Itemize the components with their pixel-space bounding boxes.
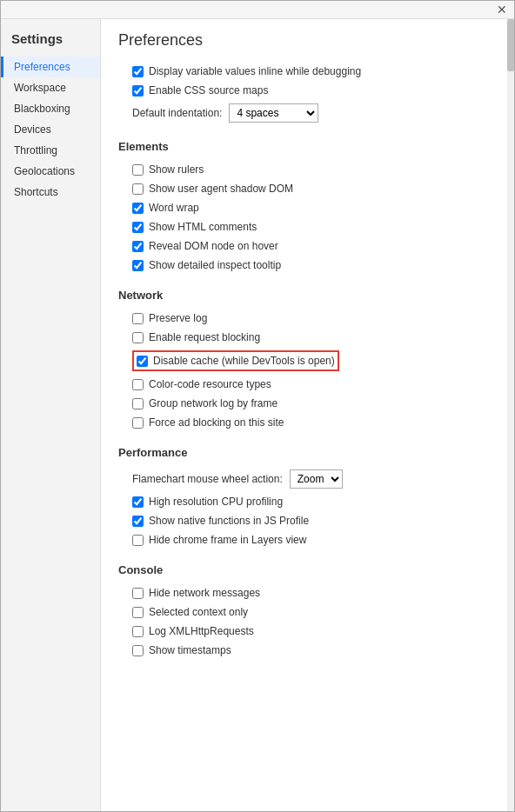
console-section-label: Console [118,563,497,576]
elements-section-label: Elements [118,140,497,153]
checkbox-log-xmlhttp[interactable] [132,626,144,637]
sidebar-title: Settings [1,28,100,57]
sidebar-item-geolocations[interactable]: Geolocations [1,161,100,182]
option-shadow-dom: Show user agent shadow DOM [118,179,497,198]
flamechart-select[interactable]: Zoom Scroll [290,469,343,489]
option-disable-cache-highlighted: Disable cache (while DevTools is open) [132,350,339,371]
checkbox-hide-network[interactable] [132,588,144,599]
flamechart-row: Flamechart mouse wheel action: Zoom Scro… [118,466,497,492]
option-log-xmlhttp: Log XMLHttpRequests [118,622,497,641]
option-preserve-log: Preserve log [118,309,497,328]
content-area: Preferences Display variable values inli… [101,19,514,811]
checkbox-show-rulers[interactable] [132,164,144,176]
sidebar-item-workspace[interactable]: Workspace [1,77,100,98]
option-high-res-cpu: High resolution CPU profiling [118,492,497,511]
option-css-source-maps: Enable CSS source maps [118,81,497,100]
sidebar-item-shortcuts[interactable]: Shortcuts [1,182,100,203]
flamechart-label: Flamechart mouse wheel action: [132,473,283,485]
option-reveal-dom: Reveal DOM node on hover [118,236,497,256]
sidebar-item-throttling[interactable]: Throttling [1,140,100,161]
checkbox-word-wrap[interactable] [132,203,144,214]
checkbox-show-timestamps[interactable] [132,645,144,656]
option-word-wrap: Word wrap [118,198,497,217]
checkbox-group-network[interactable] [132,398,144,409]
option-html-comments: Show HTML comments [118,217,497,236]
main-layout: Settings Preferences Workspace Blackboxi… [1,19,514,811]
titlebar: ✕ [1,1,514,19]
option-hide-network: Hide network messages [118,583,497,602]
checkbox-color-code[interactable] [132,379,144,390]
checkbox-html-comments[interactable] [132,222,144,233]
network-section-label: Network [118,289,497,302]
settings-window: ✕ Settings Preferences Workspace Blackbo… [0,0,515,812]
option-inspect-tooltip: Show detailed inspect tooltip [118,256,497,275]
checkbox-css-source-maps[interactable] [132,85,144,97]
option-selected-context: Selected context only [118,602,497,622]
option-show-timestamps: Show timestamps [118,641,497,660]
indentation-row: Default indentation: 4 spaces 2 spaces 8… [118,100,497,126]
scrollbar-track [507,19,514,811]
indentation-select[interactable]: 4 spaces 2 spaces 8 spaces Tab character [229,103,318,123]
checkbox-native-functions[interactable] [132,516,144,527]
scrollbar-thumb[interactable] [507,19,514,71]
checkbox-inspect-tooltip[interactable] [132,260,144,271]
checkbox-request-blocking[interactable] [132,332,144,343]
option-chrome-frame: Hide chrome frame in Layers view [118,530,497,549]
checkbox-high-res-cpu[interactable] [132,496,144,508]
checkbox-chrome-frame[interactable] [132,535,144,546]
sidebar-item-devices[interactable]: Devices [1,119,100,140]
checkbox-reveal-dom[interactable] [132,241,144,252]
option-native-functions: Show native functions in JS Profile [118,511,497,530]
checkbox-shadow-dom[interactable] [132,183,144,195]
indentation-label: Default indentation: [132,107,222,119]
option-group-network: Group network log by frame [118,394,497,413]
sidebar: Settings Preferences Workspace Blackboxi… [1,19,101,811]
checkbox-preserve-log[interactable] [132,313,144,324]
option-show-rulers: Show rulers [118,160,497,179]
disable-cache-wrapper: Disable cache (while DevTools is open) [118,349,497,373]
sidebar-item-blackboxing[interactable]: Blackboxing [1,98,100,119]
checkbox-force-ad[interactable] [132,417,144,429]
close-button[interactable]: ✕ [493,3,511,17]
checkbox-selected-context[interactable] [132,607,144,618]
performance-section-label: Performance [118,446,497,459]
page-title: Preferences [118,31,497,50]
sidebar-item-preferences[interactable]: Preferences [1,57,100,77]
option-color-code: Color-code resource types [118,375,497,394]
option-force-ad: Force ad blocking on this site [118,413,497,432]
option-request-blocking: Enable request blocking [118,328,497,347]
checkbox-inline-values[interactable] [132,66,144,77]
checkbox-disable-cache[interactable] [137,356,148,367]
option-inline-values: Display variable values inline while deb… [118,62,497,81]
